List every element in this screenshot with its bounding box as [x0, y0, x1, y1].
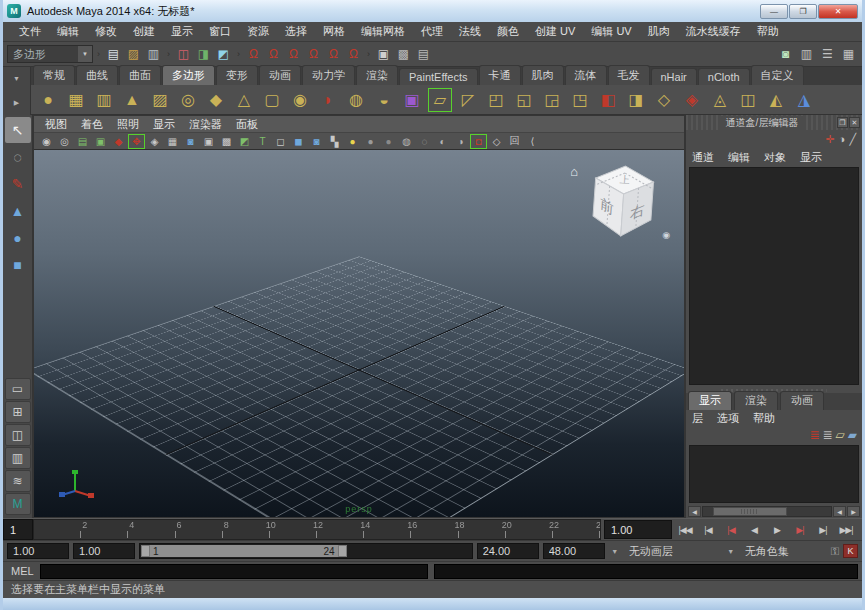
save-scene-icon[interactable]: ▥: [144, 45, 163, 64]
poly-sphere-icon[interactable]: ●: [35, 87, 61, 113]
rotate-tool[interactable]: ●: [5, 225, 31, 251]
shelf-tab[interactable]: 动画: [259, 65, 301, 85]
poly-cone-icon[interactable]: ▲: [119, 87, 145, 113]
shelf-tab[interactable]: nCloth: [698, 68, 750, 85]
animation-preferences-icon[interactable]: K: [843, 544, 858, 558]
group-separator[interactable]: ›: [235, 49, 242, 59]
poly-plane-icon[interactable]: ▨: [147, 87, 173, 113]
shelf-tab[interactable]: 卡通: [479, 65, 521, 85]
select-object-icon[interactable]: ◨: [194, 45, 213, 64]
anim-layer-dropdown[interactable]: 无动画层: [625, 543, 721, 559]
render-settings-icon[interactable]: ▤: [414, 45, 433, 64]
shelf-tab[interactable]: 毛发: [608, 65, 650, 85]
scrollbar-thumb[interactable]: [713, 507, 787, 516]
append-polygon-icon[interactable]: ◸: [455, 87, 481, 113]
interactive-creation-icon[interactable]: ▣: [399, 87, 425, 113]
poly-pipe-icon[interactable]: ▢: [259, 87, 285, 113]
minimize-button[interactable]: —: [760, 4, 788, 19]
channel-box-menu-item[interactable]: 通道: [692, 149, 722, 166]
timeline-ruler[interactable]: 2 4 6 8 10 12 14 16: [33, 519, 601, 540]
select-camera-icon[interactable]: ◉: [38, 134, 55, 149]
bookmark-icon[interactable]: ▣: [92, 134, 109, 149]
titlebar[interactable]: M Autodesk Maya 2014 x64: 无标题* — ❐ ✕: [3, 0, 862, 22]
frame-icon[interactable]: 回: [506, 134, 523, 149]
step-forward-frame-button[interactable]: ▶|: [813, 522, 833, 538]
manip-axis-icon[interactable]: ✛: [826, 133, 835, 146]
channel-box-content[interactable]: [689, 167, 859, 385]
stereo-icon[interactable]: ◈: [146, 134, 163, 149]
panel-menu-item[interactable]: 着色: [74, 116, 110, 133]
gate-mask-icon[interactable]: ▩: [218, 134, 235, 149]
open-scene-icon[interactable]: ▨: [124, 45, 143, 64]
close-button[interactable]: ✕: [818, 4, 858, 19]
menu-item[interactable]: 网格: [315, 22, 353, 41]
poly-torus-icon[interactable]: ◎: [175, 87, 201, 113]
step-back-frame-button[interactable]: |◀: [698, 522, 718, 538]
isolate-select-icon[interactable]: ◘: [470, 134, 487, 149]
menu-item[interactable]: 编辑: [49, 22, 87, 41]
separate-icon[interactable]: ◱: [511, 87, 537, 113]
grid-toggle-icon[interactable]: ▦: [164, 134, 181, 149]
poly-soccer-ball-icon[interactable]: ◒: [371, 87, 397, 113]
shelf-tab[interactable]: 多边形: [162, 65, 215, 85]
maya-marking-menu-button[interactable]: M: [5, 493, 31, 515]
scroll-right-button[interactable]: ▶: [847, 506, 860, 517]
layer-menu-item[interactable]: 层: [692, 410, 711, 427]
layer-list[interactable]: [689, 445, 859, 503]
menu-item[interactable]: 创建 UV: [527, 22, 583, 41]
menu-item[interactable]: 编辑网格: [353, 22, 413, 41]
image-plane-icon[interactable]: ◆: [110, 134, 127, 149]
ao-light-4-icon[interactable]: ◑: [452, 134, 469, 149]
channel-box-menu-item[interactable]: 对象: [764, 149, 794, 166]
xray-icon[interactable]: ◇: [488, 134, 505, 149]
range-start-handle[interactable]: [141, 545, 150, 557]
show-input-fields-icon[interactable]: ◙: [776, 45, 795, 64]
layer-menu-item[interactable]: 选项: [717, 410, 747, 427]
group-separator[interactable]: ›: [165, 49, 172, 59]
poly-platonic-icon[interactable]: ◉: [287, 87, 313, 113]
shelf-menu-arrow-icon[interactable]: ▼: [13, 75, 20, 82]
layout-hypergraph-button[interactable]: ≋: [5, 470, 31, 492]
shelf-tab[interactable]: 肌肉: [522, 65, 564, 85]
quadrangulate-icon[interactable]: ◫: [735, 87, 761, 113]
channel-box-menu-item[interactable]: 编辑: [728, 149, 758, 166]
speed-dial-icon[interactable]: ◑: [839, 133, 846, 145]
shadows-icon[interactable]: ●: [380, 134, 397, 149]
playback-start-field[interactable]: [73, 543, 135, 559]
hyperbolic-pencil-icon[interactable]: ╱: [849, 133, 856, 146]
menu-item[interactable]: 帮助: [749, 22, 787, 41]
smooth-icon[interactable]: ◇: [651, 87, 677, 113]
viewcube-menu-icon[interactable]: ◉: [662, 230, 670, 240]
safe-title-icon[interactable]: T: [254, 134, 271, 149]
range-track[interactable]: 1 24: [139, 543, 473, 559]
menu-item[interactable]: 显示: [163, 22, 201, 41]
poly-cylinder-icon[interactable]: ▥: [91, 87, 117, 113]
panel-menu-item[interactable]: 显示: [146, 116, 182, 133]
menu-item[interactable]: 选择: [277, 22, 315, 41]
shelf-tab[interactable]: 曲面: [119, 65, 161, 85]
panel-menu-item[interactable]: 面板: [229, 116, 265, 133]
character-menu-arrow-icon[interactable]: ▼: [609, 548, 621, 555]
current-frame-indicator[interactable]: 1: [3, 519, 33, 540]
menu-item[interactable]: 颜色: [489, 22, 527, 41]
camera-attributes-icon[interactable]: ▤: [74, 134, 91, 149]
select-component-icon[interactable]: ◩: [214, 45, 233, 64]
playback-end-field[interactable]: [477, 543, 539, 559]
viewcube[interactable]: 前 右 上: [584, 160, 662, 246]
channel-box-menu-item[interactable]: 显示: [800, 149, 830, 166]
maximize-button[interactable]: ❐: [789, 4, 817, 19]
shelf-tab[interactable]: 曲线: [76, 65, 118, 85]
shelf-tab[interactable]: 自定义: [751, 65, 804, 85]
auto-keyframe-icon[interactable]: ⚿: [831, 545, 839, 558]
anim-layer-arrow-icon[interactable]: ▼: [725, 548, 737, 555]
wireframe-icon[interactable]: ◻: [272, 134, 289, 149]
snap-projected-center-icon[interactable]: Ω: [304, 45, 323, 64]
poly-pyramid-icon[interactable]: △: [231, 87, 257, 113]
channel-box-toggle-icon[interactable]: ▦: [839, 45, 858, 64]
panel-header[interactable]: 通道盒/层编辑器 ❐ ✕: [686, 115, 862, 130]
default-light-icon[interactable]: ●: [344, 134, 361, 149]
snap-view-plane-icon[interactable]: Ω: [324, 45, 343, 64]
boolean-difference-icon[interactable]: ◧: [595, 87, 621, 113]
lasso-tool[interactable]: ◌: [5, 144, 31, 170]
make-live-icon[interactable]: Ω: [344, 45, 363, 64]
